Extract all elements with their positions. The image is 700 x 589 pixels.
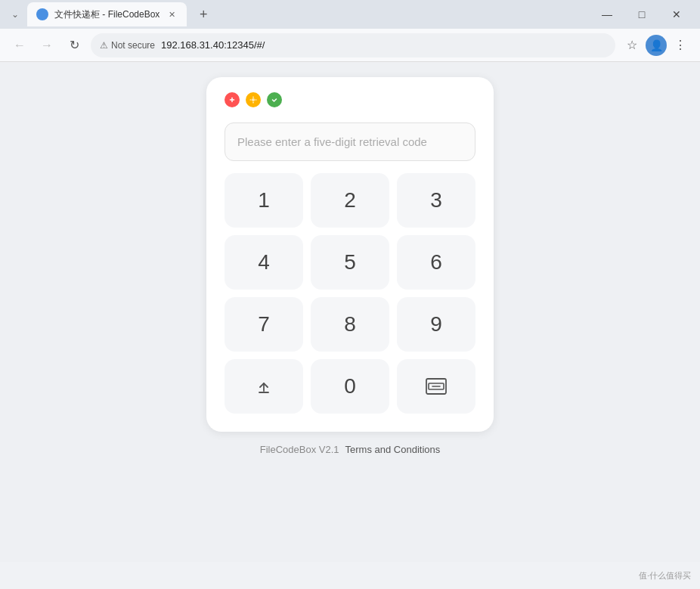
warning-icon: ⚠: [100, 40, 108, 51]
key-4-button[interactable]: 4: [225, 235, 303, 290]
address-text: 192.168.31.40:12345/#/: [161, 39, 265, 51]
nav-right-controls: ☆ 👤 ⋮: [621, 35, 691, 56]
keypad-card: 1 2 3 4 5 6 7 8 9 0: [206, 77, 494, 432]
tab-title: 文件快递柜 - FileCodeBox: [54, 8, 160, 21]
keypad-grid: 1 2 3 4 5 6 7 8 9 0: [225, 173, 475, 414]
svg-point-0: [39, 11, 45, 17]
key-5-button[interactable]: 5: [311, 235, 389, 290]
watermark-text: 值·什么值得买: [639, 570, 691, 581]
key-9-button[interactable]: 9: [397, 297, 475, 352]
active-tab[interactable]: 文件快递柜 - FileCodeBox ✕: [27, 2, 187, 26]
address-bar[interactable]: ⚠ Not secure 192.168.31.40:12345/#/: [91, 33, 615, 57]
not-secure-label: Not secure: [111, 40, 155, 51]
minimize-button[interactable]: —: [590, 0, 624, 29]
new-tab-button[interactable]: +: [193, 4, 214, 25]
key-8-button[interactable]: 8: [311, 297, 389, 352]
tab-dropdown[interactable]: ⌄: [6, 5, 24, 23]
menu-button[interactable]: ⋮: [670, 35, 691, 56]
not-secure-indicator: ⚠ Not secure: [100, 40, 155, 51]
code-input[interactable]: [225, 122, 475, 161]
forward-button[interactable]: →: [36, 35, 57, 56]
window-controls: — □ ✕: [590, 0, 694, 29]
back-button[interactable]: ←: [9, 35, 30, 56]
page-footer: FileCodeBox V2.1 Terms and Conditions: [260, 444, 441, 455]
nav-bar: ← → ↻ ⚠ Not secure 192.168.31.40:12345/#…: [0, 29, 700, 62]
close-button[interactable]: ✕: [659, 0, 694, 29]
watermark: 值·什么值得买: [639, 570, 691, 581]
reload-button[interactable]: ↻: [63, 35, 85, 56]
key-1-button[interactable]: 1: [225, 173, 303, 228]
tab-favicon: [36, 8, 48, 20]
key-0-button[interactable]: 0: [311, 359, 389, 414]
title-bar: ⌄ 文件快递柜 - FileCodeBox ✕ + — □ ✕: [0, 0, 700, 29]
card-icons: [225, 92, 475, 107]
green-icon: [267, 92, 282, 107]
key-2-button[interactable]: 2: [311, 173, 389, 228]
bookmark-button[interactable]: ☆: [621, 35, 643, 56]
key-3-button[interactable]: 3: [397, 173, 475, 228]
title-left: ⌄: [6, 5, 24, 23]
browser-chrome: ⌄ 文件快递柜 - FileCodeBox ✕ + — □ ✕ ← → ↻ ⚠: [0, 0, 700, 62]
upload-button[interactable]: [225, 359, 303, 414]
delete-button[interactable]: [397, 359, 475, 414]
maximize-button[interactable]: □: [624, 0, 659, 29]
svg-point-1: [252, 98, 255, 101]
red-icon: [225, 92, 240, 107]
key-6-button[interactable]: 6: [397, 235, 475, 290]
profile-button[interactable]: 👤: [646, 35, 667, 56]
key-7-button[interactable]: 7: [225, 297, 303, 352]
version-text: FileCodeBox V2.1: [260, 444, 339, 455]
yellow-icon: [246, 92, 261, 107]
tab-close-button[interactable]: ✕: [166, 8, 178, 20]
page-content: 1 2 3 4 5 6 7 8 9 0: [0, 62, 700, 562]
terms-link[interactable]: Terms and Conditions: [345, 444, 441, 455]
